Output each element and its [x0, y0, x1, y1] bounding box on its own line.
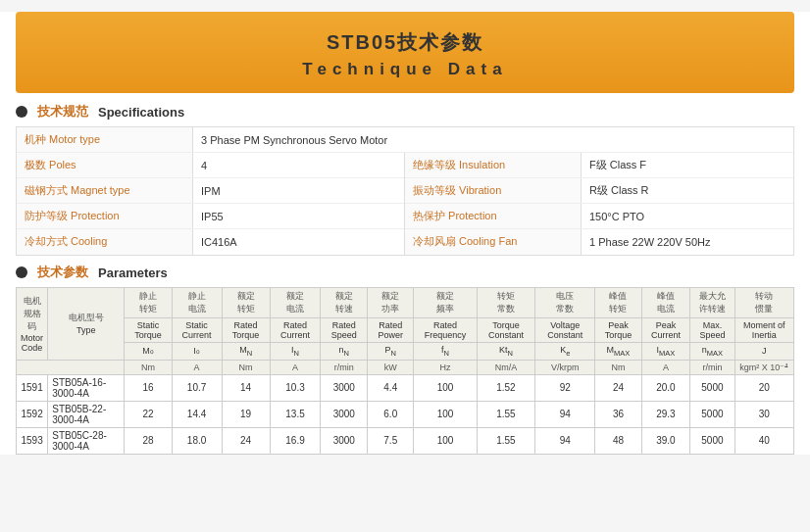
spec-poles-row: 极数 Poles 4 [17, 153, 404, 178]
th-static-current: 静止 电流 [172, 288, 222, 318]
params-section-header: 技术参数 Parameters [16, 264, 794, 281]
th-motor-code: 电机 规格码 Motor Code [17, 288, 48, 361]
cell-value: 100 [414, 374, 477, 401]
table-row: 1593STB05C-28-3000-4A2818.02416.930007.5… [17, 427, 794, 454]
spec-cooling-fan-row: 冷却风扇 Cooling Fan 1 Phase 22W 220V 50Hz [405, 229, 793, 255]
th-m0: M₀ [125, 343, 172, 361]
th-type: 电机型号 Type [48, 288, 125, 361]
specs-container: 机种 Motor type 3 Phase PM Synchronous Ser… [16, 126, 794, 256]
spec-vibration-value: R级 Class R [582, 178, 793, 203]
spec-cooling-row: 冷却方式 Cooling IC416A [17, 229, 404, 255]
cell-value: 22 [125, 401, 172, 427]
spec-insulation-row: 绝缘等级 Insulation F级 Class F [405, 153, 793, 178]
spec-insulation-value: F级 Class F [582, 153, 793, 177]
specs-bullet [16, 106, 27, 118]
spec-insulation-label: 绝缘等级 Insulation [405, 153, 582, 177]
cell-type: STB05A-16-3000-4A [48, 374, 125, 401]
th-rated-speed: 额定 转速 [321, 288, 368, 318]
cell-value: 92 [535, 374, 595, 401]
cell-value: 5000 [690, 401, 734, 427]
spec-cooling-value: IC416A [193, 229, 404, 255]
spec-motor-type-row: 机种 Motor type 3 Phase PM Synchronous Ser… [17, 127, 793, 153]
th-max-speed: 最大允 许转速 [690, 288, 734, 318]
th-hz: Hz [414, 360, 477, 374]
th-max-speed-en: Max. Speed [690, 318, 734, 343]
header-banner: STB05技术参数 Technique Data [16, 12, 794, 93]
th-peak-current: 峰值 电流 [641, 288, 690, 318]
cell-value: 5000 [690, 374, 734, 401]
cell-value: 16.9 [270, 427, 321, 454]
th-in: IN [270, 343, 321, 361]
cell-value: 48 [595, 427, 641, 454]
th-rated-freq: 额定 频率 [414, 288, 477, 318]
cell-value: 3000 [321, 374, 368, 401]
th-peak-torque-en: Peak Torque [595, 318, 641, 343]
th-i0: I₀ [172, 343, 222, 361]
table-row: 1592STB05B-22-3000-4A2214.41913.530006.0… [17, 401, 794, 427]
cell-value: 16 [125, 374, 172, 401]
header-title-en: Technique Data [16, 60, 794, 79]
cell-value: 94 [535, 427, 595, 454]
th-a2: A [270, 360, 321, 374]
th-rated-torque: 额定 转矩 [222, 288, 270, 318]
cell-value: 7.5 [368, 427, 414, 454]
cell-value: 1.55 [477, 427, 535, 454]
th-imax: IMAX [641, 343, 690, 361]
th-rated-current: 额定 电流 [270, 288, 321, 318]
cell-value: 36 [595, 401, 641, 427]
spec-thermal-value: 150°C PTO [582, 204, 793, 228]
th-ke: Ke [535, 343, 595, 361]
spec-thermal-label: 热保护 Protection [405, 204, 582, 228]
specs-right-col: 绝缘等级 Insulation F级 Class F 振动等级 Vibratio… [405, 153, 793, 255]
spec-vibration-row: 振动等级 Vibration R级 Class R [405, 178, 793, 204]
cell-value: 3000 [321, 401, 368, 427]
cell-code: 1593 [17, 427, 48, 454]
cell-value: 18.0 [172, 427, 222, 454]
cell-value: 29.3 [641, 401, 690, 427]
th-voltage-const: 电压 常数 [535, 288, 595, 318]
cell-value: 24 [595, 374, 641, 401]
th-nm3: Nm [595, 360, 641, 374]
th-vkrpm: V/krpm [535, 360, 595, 374]
page-wrapper: STB05技术参数 Technique Data 技术规范 Specificat… [0, 12, 810, 455]
th-a3: A [641, 360, 690, 374]
cell-value: 10.3 [270, 374, 321, 401]
th-torque-const: 转矩 常数 [477, 288, 535, 318]
spec-protection-label: 防护等级 Protection [17, 204, 193, 228]
specs-title-cn: 技术规范 [37, 103, 88, 121]
cell-value: 13.5 [270, 401, 321, 427]
params-title-en: Parameters [98, 266, 168, 280]
params-bullet [16, 266, 27, 278]
th-torque-const-en: Torque Constant [477, 318, 535, 343]
th-rated-power-en: Rated Power [368, 318, 414, 343]
cell-value: 14 [222, 374, 270, 401]
th-ktn: KtN [477, 343, 535, 361]
spec-magnet-value: IPM [193, 178, 404, 203]
cell-value: 4.4 [368, 374, 414, 401]
cell-value: 19 [222, 401, 270, 427]
th-rated-speed-en: Rated Speed [321, 318, 368, 343]
th-nmax: nMAX [690, 343, 734, 361]
spec-protection-value: IP55 [193, 204, 404, 228]
cell-value: 3000 [321, 427, 368, 454]
specs-two-col: 极数 Poles 4 磁钢方式 Magnet type IPM 防护等级 Pro… [17, 153, 793, 255]
spec-poles-value: 4 [193, 153, 404, 177]
cell-value: 39.0 [641, 427, 690, 454]
th-rated-power: 额定 功率 [368, 288, 414, 318]
th-inertia-en: Moment of Inertia [734, 318, 793, 343]
th-rated-current-en: Rated Current [270, 318, 321, 343]
cell-value: 40 [734, 427, 793, 454]
cell-value: 20.0 [641, 374, 690, 401]
cell-value: 1.52 [477, 374, 535, 401]
cell-type: STB05B-22-3000-4A [48, 401, 125, 427]
cell-value: 100 [414, 427, 477, 454]
table-row: 1591STB05A-16-3000-4A1610.71410.330004.4… [17, 374, 794, 401]
cell-value: 30 [734, 401, 793, 427]
table-header-row-1: 电机 规格码 Motor Code 电机型号 Type 静止 转矩 静止 [17, 288, 794, 318]
th-a1: A [172, 360, 222, 374]
th-nm2: Nm [222, 360, 270, 374]
th-rated-torque-en: Rated Torque [222, 318, 270, 343]
th-static-torque-en: Static Torque [125, 318, 172, 343]
spec-magnet-label: 磁钢方式 Magnet type [17, 178, 193, 203]
th-inertia: 转动 惯量 [734, 288, 793, 318]
